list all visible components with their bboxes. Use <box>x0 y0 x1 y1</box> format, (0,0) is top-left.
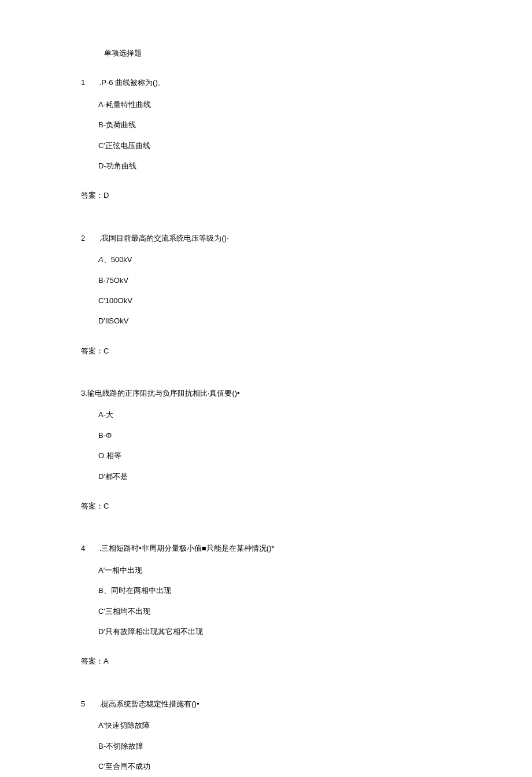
option-a: A-大 <box>98 408 451 421</box>
question-text: 3.输电线路的正序阻抗与负序阻抗相比·真值要()• <box>81 389 240 397</box>
option-a-rest: 、500kV <box>104 255 132 264</box>
option-b: B、同时在两相中出现 <box>98 584 451 597</box>
question-4: 4 .三相短路时•非周期分量极小值■只能是在某种情况()* A'一相中出现 B、… <box>81 542 451 638</box>
option-a: A'快速切除故障 <box>98 719 451 732</box>
option-b: B-负荷曲线 <box>98 118 451 131</box>
option-a: A'一相中出现 <box>98 564 451 577</box>
option-c: O 相等 <box>98 449 451 462</box>
question-text: .P-6 曲线被称为()。 <box>99 78 165 87</box>
option-d: D-功角曲线 <box>98 159 451 172</box>
option-c: C'至合闸不成功 <box>98 760 451 773</box>
question-3: 3.输电线路的正序阻抗与负序阻抗相比·真值要()• A-大 B-Φ O 相等 D… <box>81 386 451 483</box>
answer-4: 答案：A <box>81 654 451 668</box>
question-number: 5 <box>81 697 89 710</box>
option-b: B-不切除故障 <box>98 739 451 753</box>
answer-3: 答案：C <box>81 499 451 513</box>
question-text: .三相短路时•非周期分量极小值■只能是在某种情况()* <box>99 544 275 553</box>
question-number: 1 <box>81 76 89 89</box>
question-number: 2 <box>81 231 89 245</box>
option-d: D'只有故障相出现其它相不出现 <box>98 625 451 638</box>
section-title: 单项选择题 <box>104 46 451 60</box>
question-stem: 3.输电线路的正序阻抗与负序阻抗相比·真值要()• <box>81 386 451 400</box>
answer-1: 答案：D <box>81 189 451 202</box>
option-c: C'100OkV <box>98 294 451 307</box>
question-text: .提高系统暂态稳定性措施有()• <box>99 699 200 708</box>
option-c: C'正弦电压曲线 <box>98 139 451 152</box>
option-d: D'都不是 <box>98 470 451 483</box>
option-b: B-Φ <box>98 429 451 442</box>
question-number: 4 <box>81 542 89 555</box>
question-text: .我国目前最高的交流系统电压等级为()· <box>99 234 229 242</box>
italic-prefix: A <box>98 255 104 264</box>
question-5: 5 .提高系统暂态稳定性措施有()• A'快速切除故障 B-不切除故障 C'至合… <box>81 697 451 777</box>
question-1: 1 .P-6 曲线被称为()。 A-耗量特性曲线 B-负荷曲线 C'正弦电压曲线… <box>81 76 451 172</box>
option-b: B·75OkV <box>98 274 451 287</box>
question-stem: 5 .提高系统暂态稳定性措施有()• <box>81 697 451 710</box>
option-c: C'三相均不出现 <box>98 605 451 618</box>
question-2: 2 .我国目前最高的交流系统电压等级为()· A、500kV B·75OkV C… <box>81 231 451 328</box>
option-d: D'IlSOkV <box>98 314 451 327</box>
option-a: A-耗量特性曲线 <box>98 98 451 111</box>
answer-2: 答案：C <box>81 344 451 358</box>
question-stem: 4 .三相短路时•非周期分量极小值■只能是在某种情况()* <box>81 542 451 555</box>
question-stem: 1 .P-6 曲线被称为()。 <box>81 76 451 89</box>
option-a: A、500kV <box>98 253 451 266</box>
question-stem: 2 .我国目前最高的交流系统电压等级为()· <box>81 231 451 245</box>
